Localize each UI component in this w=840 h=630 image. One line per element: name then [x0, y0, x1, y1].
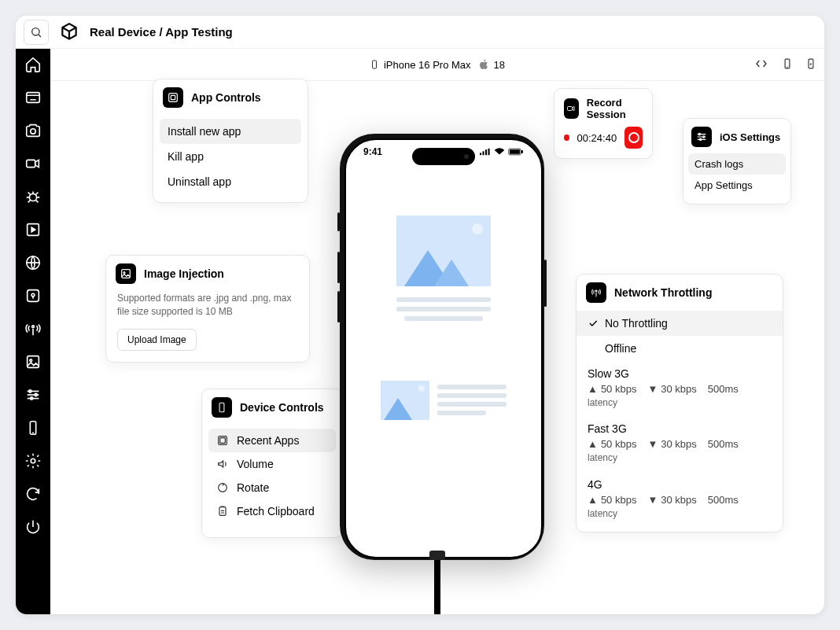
svg-point-12	[30, 359, 32, 362]
card-title: App Controls	[191, 91, 261, 104]
app-icon[interactable]	[24, 88, 42, 107]
image-injection-description: Supported formats are .jpg and .png, max…	[117, 292, 298, 319]
ios-settings-card: iOS Settings Crash logs App Settings	[683, 118, 791, 204]
globe-icon[interactable]	[24, 253, 42, 272]
body: iPhone 16 Pro Max 18 App Contr	[16, 49, 824, 614]
recording-dot-icon	[564, 134, 569, 141]
device-preview[interactable]: 9:41	[340, 134, 544, 560]
ios-settings-icon	[691, 127, 712, 147]
card-title: Record Session	[587, 97, 643, 120]
kill-app[interactable]: Kill app	[160, 144, 301, 169]
stop-recording-button[interactable]	[624, 127, 643, 149]
content-placeholder	[381, 216, 507, 326]
uninstall-app[interactable]: Uninstall app	[160, 169, 301, 194]
svg-point-24	[123, 272, 125, 274]
volume[interactable]: Volume	[208, 452, 336, 476]
install-new-app[interactable]: Install new app	[160, 119, 301, 144]
svg-rect-38	[488, 149, 490, 155]
record-icon	[564, 98, 579, 119]
svg-rect-4	[27, 160, 35, 167]
svg-rect-18	[372, 61, 376, 68]
fetch-clipboard[interactable]: Fetch Clipboard	[208, 499, 336, 523]
home-icon[interactable]	[24, 55, 42, 74]
device-controls-card: Device Controls Recent Apps Volume Rotat…	[201, 389, 343, 538]
slow-3g[interactable]: Slow 3G ▲ 50 kbps ▼ 30 kbps 500ms latenc…	[577, 361, 783, 416]
settings-icon[interactable]	[24, 451, 42, 470]
recent-apps[interactable]: Recent Apps	[208, 429, 336, 452]
image-injection-icon	[116, 263, 136, 284]
rotate[interactable]: Rotate	[208, 476, 336, 499]
card-title: iOS Settings	[720, 131, 780, 143]
app-settings[interactable]: App Settings	[688, 175, 786, 196]
app-controls-icon	[163, 87, 183, 108]
svg-point-0	[32, 28, 39, 35]
svg-rect-36	[483, 151, 484, 155]
lock-device-icon[interactable]	[805, 57, 816, 73]
app-controls-card: App Controls Install new app Kill app Un…	[153, 79, 308, 203]
network-icon	[586, 282, 606, 303]
upload-image-button[interactable]: Upload Image	[117, 329, 197, 351]
svg-point-3	[31, 129, 35, 134]
offline[interactable]: Offline	[577, 336, 783, 361]
sliders-icon[interactable]	[24, 385, 42, 404]
svg-rect-41	[521, 150, 523, 153]
svg-point-34	[595, 290, 597, 292]
svg-rect-22	[171, 95, 175, 99]
bug-icon[interactable]	[24, 187, 42, 206]
svg-rect-27	[220, 438, 226, 444]
svg-point-17	[31, 459, 35, 463]
os-version[interactable]: 18	[479, 59, 505, 71]
svg-rect-8	[28, 290, 39, 302]
svg-rect-40	[510, 150, 519, 154]
devtools-icon[interactable]	[753, 57, 769, 72]
image-injection-card: Image Injection Supported formats are .j…	[105, 255, 310, 363]
svg-rect-23	[122, 270, 131, 278]
phone-clock: 9:41	[363, 146, 382, 157]
fast-3g[interactable]: Fast 3G ▲ 50 kbps ▼ 30 kbps 500ms latenc…	[577, 416, 783, 471]
svg-rect-2	[27, 93, 40, 103]
card-title: Image Injection	[144, 267, 224, 280]
device-name[interactable]: iPhone 16 Pro Max	[370, 58, 471, 71]
canvas: iPhone 16 Pro Max 18 App Contr	[50, 49, 824, 614]
record-timer: 00:24:40	[577, 132, 617, 144]
svg-line-1	[39, 35, 41, 37]
card-title: Device Controls	[240, 401, 324, 414]
svg-rect-21	[169, 94, 178, 102]
power-icon[interactable]	[24, 518, 42, 536]
card-title: Network Throttling	[614, 286, 712, 299]
video-icon[interactable]	[24, 154, 42, 173]
cable-icon	[434, 558, 440, 614]
network-throttling-card: Network Throttling No Throttling Offline…	[576, 274, 783, 532]
svg-rect-29	[219, 507, 226, 516]
sidebar	[16, 49, 50, 614]
svg-point-5	[29, 193, 36, 201]
brand-logo-icon	[58, 21, 80, 43]
antenna-icon[interactable]	[24, 319, 42, 338]
device-icon[interactable]	[24, 418, 42, 437]
content-placeholder-2	[381, 381, 507, 420]
image-icon[interactable]	[24, 352, 42, 371]
device-controls-icon	[212, 397, 232, 418]
rotate-device-icon[interactable]	[782, 57, 793, 73]
page-title: Real Device / App Testing	[90, 25, 233, 39]
record-session-card: Record Session 00:24:40	[554, 88, 653, 159]
svg-rect-25	[219, 403, 224, 412]
location-icon[interactable]	[24, 286, 42, 305]
svg-point-9	[31, 293, 35, 297]
status-bar: 9:41	[346, 146, 541, 157]
svg-point-10	[32, 326, 35, 328]
search-button[interactable]	[24, 20, 49, 45]
app-window: Real Device / App Testing	[16, 16, 824, 614]
4g[interactable]: 4G ▲ 50 kbps ▼ 30 kbps 500ms latency	[577, 472, 783, 527]
no-throttling[interactable]: No Throttling	[577, 311, 783, 336]
svg-rect-35	[480, 153, 481, 155]
play-square-icon[interactable]	[24, 220, 42, 239]
svg-rect-30	[568, 107, 573, 111]
svg-rect-37	[485, 149, 487, 155]
phone-status-icons	[480, 146, 524, 157]
camera-icon[interactable]	[24, 121, 42, 140]
crash-logs[interactable]: Crash logs	[688, 153, 786, 175]
refresh-icon[interactable]	[24, 484, 42, 503]
svg-point-28	[219, 484, 227, 492]
device-bar: iPhone 16 Pro Max 18	[50, 49, 824, 81]
